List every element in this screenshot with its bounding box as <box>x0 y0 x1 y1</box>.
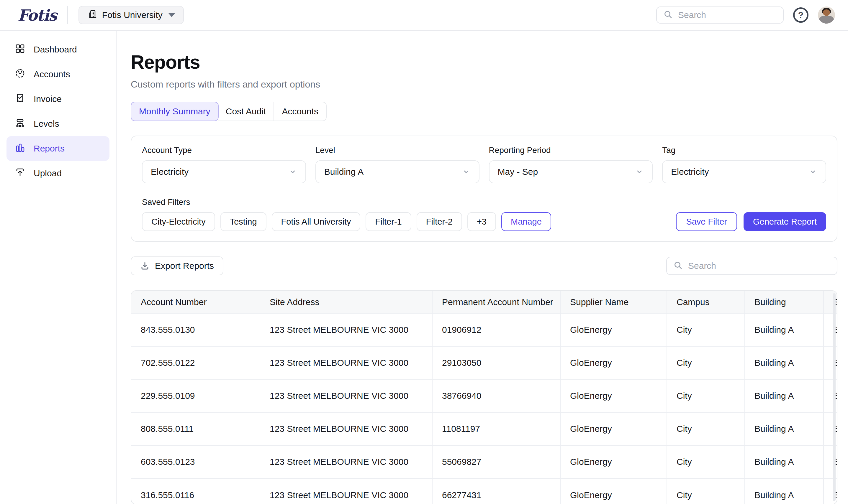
table-cell: GloEnergy <box>560 412 667 445</box>
tab-cost-audit[interactable]: Cost Audit <box>218 102 274 121</box>
export-reports-label: Export Reports <box>155 261 214 271</box>
table-cell: GloEnergy <box>560 313 667 346</box>
brand-logo: Fotis <box>18 6 57 24</box>
tab-accounts[interactable]: Accounts <box>274 102 326 121</box>
table-row: 603.555.0123123 Street MELBOURNE VIC 300… <box>131 445 837 478</box>
saved-filter-chips: City-ElectricityTestingFotis All Univers… <box>142 212 496 231</box>
table-cell: 316.555.0116 <box>131 478 260 504</box>
column-header: Campus <box>667 291 745 313</box>
table-header-row: Account NumberSite AddressPermanent Acco… <box>131 291 837 313</box>
table-row: 229.555.0109123 Street MELBOURNE VIC 300… <box>131 379 837 412</box>
table-cell: 808.555.0111 <box>131 412 260 445</box>
filter-reporting-period: Reporting Period May - Sep <box>489 146 653 183</box>
page-title: Reports <box>131 51 837 73</box>
table-row: 843.555.0130123 Street MELBOURNE VIC 300… <box>131 313 837 346</box>
table-cell: 123 Street MELBOURNE VIC 3000 <box>260 379 432 412</box>
sidebar-item-levels[interactable]: Levels <box>6 111 109 136</box>
upload-icon <box>15 167 25 180</box>
chevron-down-icon <box>288 167 297 176</box>
sidebar-item-label: Dashboard <box>34 44 77 55</box>
tab-monthly-summary[interactable]: Monthly Summary <box>131 102 219 121</box>
saved-filter-chip[interactable]: Filter-1 <box>366 212 411 231</box>
user-avatar[interactable] <box>818 6 835 23</box>
help-icon[interactable]: ? <box>793 7 809 23</box>
saved-filter-chip[interactable]: City-Electricity <box>142 212 215 231</box>
sidebar-item-accounts[interactable]: Accounts <box>6 62 109 87</box>
search-icon <box>673 260 683 271</box>
table-cell: City <box>667 445 745 478</box>
global-search-input[interactable] <box>678 10 777 20</box>
filter-account-type: Account Type Electricity <box>142 146 306 183</box>
table-cell: 11081197 <box>432 412 560 445</box>
receipt-icon <box>15 93 25 106</box>
table-cell: Building A <box>745 445 824 478</box>
table-cell: GloEnergy <box>560 445 667 478</box>
table-cell: 123 Street MELBOURNE VIC 3000 <box>260 313 432 346</box>
table-cell: GloEnergy <box>560 379 667 412</box>
table-search[interactable] <box>666 257 837 275</box>
chevron-down-icon <box>169 13 175 17</box>
table-row: 316.555.0116123 Street MELBOURNE VIC 300… <box>131 478 837 504</box>
org-switcher[interactable]: Fotis University <box>79 6 184 24</box>
filter-level: Level Building A <box>315 146 480 183</box>
tag-select[interactable]: Electricity <box>662 160 826 183</box>
table-cell: Building A <box>745 346 824 379</box>
sidebar-item-label: Upload <box>34 168 62 178</box>
table-cell: Building A <box>745 379 824 412</box>
table-cell: 38766940 <box>432 379 560 412</box>
filter-tag: Tag Electricity <box>662 146 826 183</box>
saved-filter-chip[interactable]: +3 <box>467 212 496 231</box>
chevron-down-icon <box>462 167 471 176</box>
hierarchy-icon <box>15 118 25 130</box>
table-cell: City <box>667 412 745 445</box>
generate-report-button[interactable]: Generate Report <box>744 212 826 231</box>
table-cell: 55069827 <box>432 445 560 478</box>
filter-panel: Account Type Electricity Level Building … <box>131 136 837 242</box>
sidebar-item-upload[interactable]: Upload <box>6 161 109 186</box>
select-value: Building A <box>324 167 364 177</box>
column-header: Building <box>745 291 824 313</box>
topbar-right: ? <box>656 6 835 23</box>
table-cell: 603.555.0123 <box>131 445 260 478</box>
table-cell: 66277431 <box>432 478 560 504</box>
org-switcher-label: Fotis University <box>102 10 162 20</box>
save-filter-button[interactable]: Save Filter <box>676 212 737 231</box>
level-select[interactable]: Building A <box>315 160 480 183</box>
column-header: Account Number <box>131 291 260 313</box>
sidebar-item-label: Accounts <box>34 69 70 79</box>
sidebar-item-label: Levels <box>34 119 59 129</box>
sidebar-item-dashboard[interactable]: Dashboard <box>6 37 109 62</box>
scan-icon <box>15 68 25 81</box>
saved-filter-chip[interactable]: Fotis All University <box>272 212 361 231</box>
main-content: Reports Custom reports with filters and … <box>117 31 848 504</box>
table-search-input[interactable] <box>688 261 830 271</box>
saved-filter-chip[interactable]: Testing <box>220 212 266 231</box>
sidebar-item-reports[interactable]: Reports <box>6 136 109 161</box>
table-cell: City <box>667 346 745 379</box>
chevron-down-icon <box>635 167 644 176</box>
table-cell: Building A <box>745 313 824 346</box>
table-cell: 843.555.0130 <box>131 313 260 346</box>
column-header: Supplier Name <box>560 291 667 313</box>
select-value: Electricity <box>151 167 189 177</box>
manage-filters-button[interactable]: Manage <box>501 212 551 231</box>
export-reports-button[interactable]: Export Reports <box>131 256 223 275</box>
table-cell: City <box>667 478 745 504</box>
global-search[interactable] <box>656 6 784 23</box>
table-cell: GloEnergy <box>560 478 667 504</box>
sidebar-item-invoice[interactable]: Invoice <box>6 87 109 111</box>
table-cell: 123 Street MELBOURNE VIC 3000 <box>260 412 432 445</box>
reporting-period-select[interactable]: May - Sep <box>489 160 653 183</box>
table-scrollbar[interactable] <box>833 293 836 501</box>
building-icon <box>87 9 97 21</box>
topbar-divider <box>67 6 68 24</box>
table-cell: 702.555.0122 <box>131 346 260 379</box>
column-header: Site Address <box>260 291 432 313</box>
select-value: May - Sep <box>498 167 538 177</box>
table-row: 702.555.0122123 Street MELBOURNE VIC 300… <box>131 346 837 379</box>
saved-filter-chip[interactable]: Filter-2 <box>417 212 462 231</box>
account-type-select[interactable]: Electricity <box>142 160 306 183</box>
filter-label: Tag <box>662 146 826 155</box>
sidebar: Dashboard Accounts Invoice <box>0 31 117 504</box>
page-subtitle: Custom reports with filters and export o… <box>131 79 837 90</box>
